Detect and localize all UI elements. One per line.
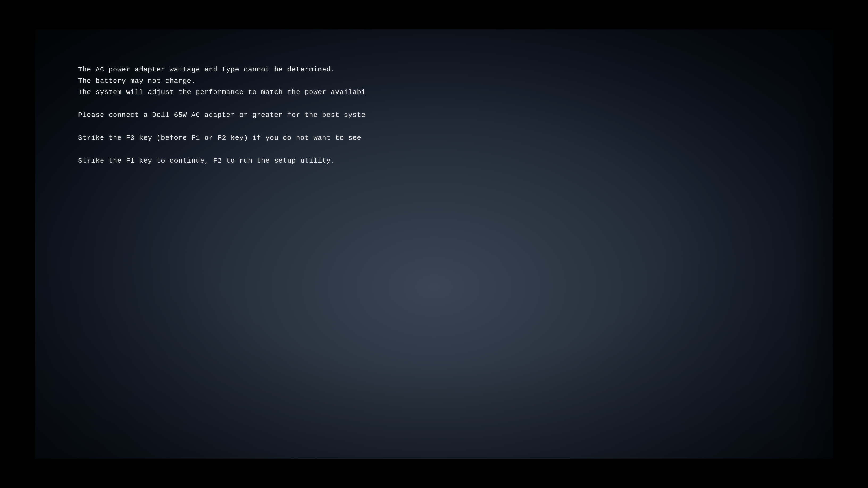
bios-content: The AC power adapter wattage and type ca… bbox=[78, 64, 790, 167]
bios-line-blank2 bbox=[78, 121, 790, 132]
screen-wrapper: The AC power adapter wattage and type ca… bbox=[0, 0, 868, 488]
bios-line-line1: The AC power adapter wattage and type ca… bbox=[78, 64, 790, 75]
bios-line-blank1 bbox=[78, 98, 790, 109]
bios-line-blank3 bbox=[78, 144, 790, 155]
bios-line-line3: The system will adjust the performance t… bbox=[78, 87, 790, 98]
bios-line-line4: Please connect a Dell 65W AC adapter or … bbox=[78, 109, 790, 121]
bios-line-line2: The battery may not charge. bbox=[78, 75, 790, 87]
bios-line-line6: Strike the F1 key to continue, F2 to run… bbox=[78, 155, 790, 167]
bios-screen: The AC power adapter wattage and type ca… bbox=[35, 29, 833, 459]
bios-line-line5: Strike the F3 key (before F1 or F2 key) … bbox=[78, 132, 790, 144]
